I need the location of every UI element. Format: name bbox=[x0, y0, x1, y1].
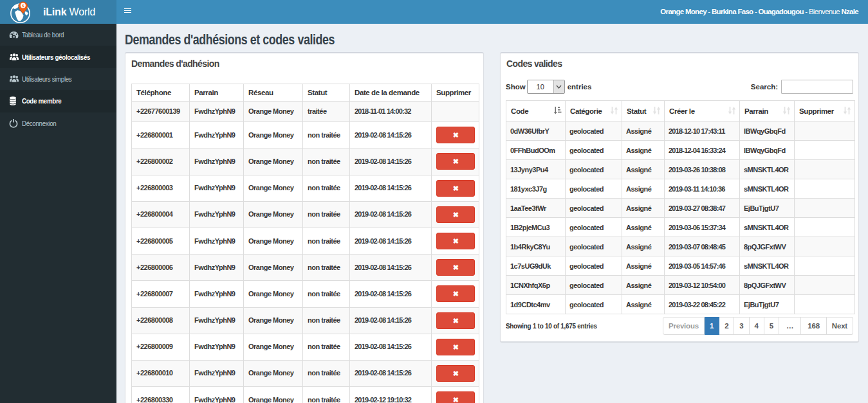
svg-text:$: $ bbox=[22, 3, 24, 8]
